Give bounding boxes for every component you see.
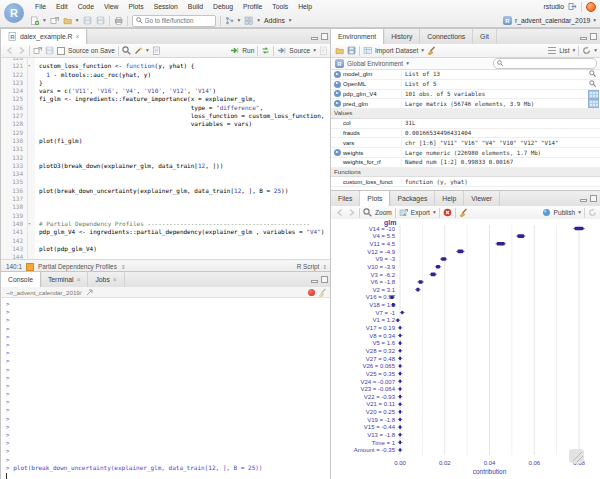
minimize-icon[interactable]: [580, 37, 587, 40]
next-plot-icon[interactable]: [347, 208, 356, 217]
tab-connections[interactable]: Connections: [420, 29, 473, 44]
close-icon[interactable]: ×: [76, 33, 80, 40]
chevron-down-icon[interactable]: ▾: [289, 18, 292, 24]
fold-marker[interactable]: ▾: [28, 62, 35, 70]
fold-marker[interactable]: ▾: [28, 220, 35, 228]
load-workspace-icon[interactable]: [335, 46, 344, 55]
expand-icon[interactable]: [334, 100, 341, 107]
menu-build[interactable]: Build: [183, 3, 208, 10]
clear-console-icon[interactable]: [318, 288, 327, 297]
zoom-label[interactable]: Zoom: [375, 209, 392, 216]
env-row-weights_for_rf[interactable]: weights_for_rfNamed num [1:2] 0.99833 0.…: [331, 158, 600, 168]
save-icon[interactable]: [83, 16, 92, 25]
tab-plots[interactable]: Plots: [360, 191, 390, 206]
chevron-down-icon[interactable]: ▾: [572, 48, 575, 54]
expand-icon[interactable]: [334, 90, 341, 97]
pane-layout-icon[interactable]: [244, 16, 253, 25]
list-view-label[interactable]: List: [559, 47, 569, 54]
maximize-icon[interactable]: [321, 33, 328, 40]
menu-debug[interactable]: Debug: [208, 3, 238, 10]
tab-packages[interactable]: Packages: [390, 191, 435, 206]
menu-code[interactable]: Code: [73, 3, 99, 10]
publish-label[interactable]: Publish: [554, 209, 576, 216]
tab-files[interactable]: Files: [331, 191, 360, 206]
environment-search-input[interactable]: [493, 58, 597, 69]
chevron-down-icon[interactable]: ▾: [421, 48, 424, 54]
env-row-model_glm[interactable]: model_glmList of 13: [331, 70, 600, 80]
goto-file-input[interactable]: [145, 17, 211, 24]
env-row-pdp_glm_V4[interactable]: pdp_glm_V4101 obs. of 5 variables: [331, 90, 600, 100]
tab-git[interactable]: Git: [473, 29, 497, 44]
new-project-icon[interactable]: [50, 16, 59, 25]
forward-icon[interactable]: [17, 46, 26, 55]
env-row-frauds[interactable]: frauds0.00166534496431404: [331, 129, 600, 139]
env-row-vars[interactable]: varschr [1:6] "V11" "V16" "V4" "V10" "V1…: [331, 138, 600, 148]
tab-console[interactable]: Console: [1, 272, 41, 287]
run-label[interactable]: Run: [242, 47, 254, 54]
minimize-icon[interactable]: [580, 199, 587, 202]
clear-environment-icon[interactable]: [427, 46, 436, 55]
section-label[interactable]: Partial Dependency Profiles: [38, 263, 117, 270]
addins-menu[interactable]: Addins: [264, 17, 285, 24]
project-selector[interactable]: R r_advent_calendar_2019 ▾: [503, 13, 596, 28]
updown-icon[interactable]: ⇕: [322, 264, 327, 270]
close-icon[interactable]: ×: [77, 276, 81, 283]
import-dataset-icon[interactable]: [363, 46, 372, 55]
scope-label[interactable]: Global Environment: [347, 60, 403, 67]
menu-plots[interactable]: Plots: [124, 3, 149, 10]
source-icon[interactable]: [277, 46, 286, 55]
chevron-down-icon[interactable]: ▾: [76, 18, 79, 24]
minimize-icon[interactable]: [311, 37, 318, 40]
chevron-down-icon[interactable]: ▾: [238, 18, 241, 24]
close-icon[interactable]: ×: [113, 276, 117, 283]
minimize-icon[interactable]: [311, 280, 318, 283]
publish-icon[interactable]: [542, 208, 551, 217]
tab-history[interactable]: History: [384, 29, 420, 44]
goto-file-box[interactable]: [132, 15, 216, 27]
inspect-icon[interactable]: [589, 80, 597, 88]
source-on-save-checkbox[interactable]: [57, 47, 65, 55]
power-icon[interactable]: [586, 2, 596, 12]
compile-report-icon[interactable]: [152, 46, 161, 55]
env-row-weights[interactable]: weightsLarge numeric (226980 elements, 1…: [331, 148, 600, 158]
import-dataset-label[interactable]: Import Dataset: [375, 47, 418, 54]
chevron-down-icon[interactable]: ▾: [594, 48, 597, 54]
chevron-down-icon[interactable]: ▾: [578, 210, 581, 216]
menu-session[interactable]: Session: [149, 3, 183, 10]
refresh-plot-icon[interactable]: [588, 208, 597, 217]
open-in-new-window-icon[interactable]: [33, 46, 42, 55]
inspect-icon[interactable]: [589, 70, 597, 78]
save-workspace-icon[interactable]: [347, 46, 356, 55]
interrupt-icon[interactable]: [308, 289, 315, 296]
back-icon[interactable]: [5, 46, 14, 55]
menu-profile[interactable]: Profile: [238, 3, 267, 10]
expand-icon[interactable]: [334, 71, 341, 78]
export-label[interactable]: Export: [411, 209, 430, 216]
refresh-icon[interactable]: [582, 46, 591, 55]
chevron-down-icon[interactable]: ▾: [43, 18, 46, 24]
view-table-icon[interactable]: [588, 99, 599, 108]
run-icon[interactable]: [230, 46, 239, 55]
code-editor[interactable]: 120121▾custom_loss_function <- function(…: [1, 58, 332, 259]
chevron-down-icon[interactable]: ▾: [406, 61, 409, 67]
console-input-line[interactable]: [6, 472, 332, 479]
chevron-down-icon[interactable]: ▾: [313, 48, 316, 54]
source-label[interactable]: Source: [289, 47, 310, 54]
remove-plot-icon[interactable]: [443, 208, 452, 217]
tab-help[interactable]: Help: [435, 191, 464, 206]
new-file-icon[interactable]: [30, 16, 39, 25]
find-replace-icon[interactable]: [122, 46, 131, 55]
previous-plot-icon[interactable]: [335, 208, 344, 217]
open-file-icon[interactable]: [63, 16, 72, 25]
view-table-icon[interactable]: [588, 90, 599, 99]
maximize-icon[interactable]: [321, 276, 328, 283]
save-all-icon[interactable]: [96, 16, 105, 25]
menu-edit[interactable]: Edit: [51, 3, 73, 10]
resize-grip[interactable]: [569, 449, 584, 463]
menu-help[interactable]: Help: [293, 3, 317, 10]
maximize-icon[interactable]: [590, 33, 597, 40]
updown-icon[interactable]: ⇕: [121, 264, 126, 270]
tab-terminal[interactable]: Terminal×: [41, 272, 88, 287]
menu-view[interactable]: View: [99, 3, 124, 10]
sign-out-icon[interactable]: [568, 2, 577, 11]
